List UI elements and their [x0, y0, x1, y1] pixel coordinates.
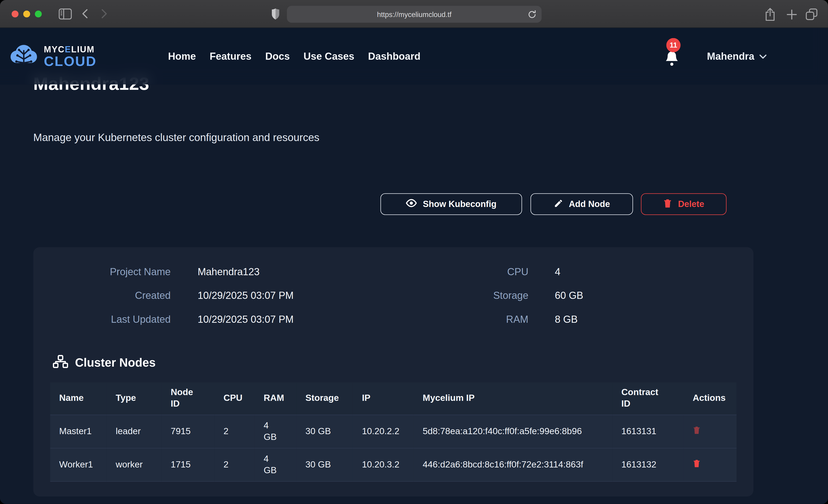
add-node-button[interactable]: Add Node	[530, 194, 633, 215]
user-menu[interactable]: Mahendra	[707, 28, 767, 85]
storage-value: 60 GB	[555, 290, 583, 301]
cell-mycelium-ip: 446:d2a6:8bcd:8c16:ff0f:72e2:3114:863f	[414, 448, 612, 481]
nav-link-use-cases[interactable]: Use Cases	[303, 50, 355, 62]
add-node-label: Add Node	[569, 199, 610, 209]
table-header-row: Name Type Node ID CPU RAM Storage IP Myc…	[50, 382, 737, 415]
page-content: Mahendra123	[0, 28, 828, 504]
col-type: Type	[107, 382, 162, 415]
ram-value: 8 GB	[555, 313, 578, 325]
col-ram: RAM	[255, 382, 296, 415]
created-label: Created	[33, 290, 171, 301]
last-updated-row: Last Updated 10/29/2025 03:07 PM	[33, 307, 294, 331]
cell-name: Master1	[50, 415, 107, 448]
site-navbar: MYCELIUM CLOUD Home Features Docs Use Ca…	[0, 28, 828, 85]
cell-contract-id: 1613132	[613, 448, 684, 481]
cell-node-id: 1715	[162, 448, 215, 481]
share-icon[interactable]	[764, 7, 776, 21]
cell-type: worker	[107, 448, 162, 481]
ram-label: RAM	[403, 313, 528, 325]
new-tab-icon[interactable]	[787, 9, 797, 19]
cell-ram: 4 GB	[255, 448, 296, 481]
reload-icon[interactable]	[528, 10, 536, 19]
project-name-row: Project Name Mahendra123	[33, 260, 294, 284]
cluster-info-right: CPU 4 Storage 60 GB RAM 8 GB	[403, 260, 583, 331]
delete-cluster-button[interactable]: Delete	[641, 194, 727, 215]
pencil-icon	[553, 198, 563, 210]
sidebar-toggle-icon[interactable]	[58, 8, 72, 19]
network-icon	[53, 355, 68, 370]
logo-text: MYCELIUM CLOUD	[44, 45, 97, 68]
cell-ip: 10.20.2.2	[353, 415, 414, 448]
created-value: 10/29/2025 03:07 PM	[198, 290, 294, 301]
col-name: Name	[50, 382, 107, 415]
cluster-nodes-heading: Cluster Nodes	[53, 355, 156, 370]
delete-node-button[interactable]	[693, 459, 700, 469]
nav-link-dashboard[interactable]: Dashboard	[368, 50, 420, 62]
project-name-label: Project Name	[33, 266, 171, 278]
delete-label: Delete	[678, 199, 704, 209]
cpu-row: CPU 4	[403, 260, 583, 284]
url-text: https://myceliumcloud.tf	[377, 10, 451, 18]
notification-badge: 11	[666, 38, 680, 52]
col-ip: IP	[353, 382, 414, 415]
chevron-down-icon	[759, 51, 767, 61]
nav-link-features[interactable]: Features	[210, 50, 251, 62]
back-button-icon[interactable]	[82, 9, 88, 18]
browser-titlebar: https://myceliumcloud.tf	[0, 0, 828, 28]
cell-actions	[684, 448, 737, 481]
cell-actions	[684, 415, 737, 448]
col-mycelium-ip: Mycelium IP	[414, 382, 612, 415]
cell-name: Worker1	[50, 448, 107, 481]
storage-row: Storage 60 GB	[403, 284, 583, 307]
storage-label: Storage	[403, 290, 528, 301]
table-row: Worker1 worker 1715 2 4 GB 30 GB 10.20.3…	[50, 448, 737, 481]
notifications-button[interactable]: 11	[662, 28, 686, 85]
cell-mycelium-ip: 5d8:78ea:a120:f40c:ff0f:a5fe:99e6:8b96	[414, 415, 612, 448]
address-bar[interactable]: https://myceliumcloud.tf	[287, 6, 541, 23]
ram-row: RAM 8 GB	[403, 307, 583, 331]
last-updated-label: Last Updated	[33, 313, 171, 325]
page-subtitle: Manage your Kubernetes cluster configura…	[33, 132, 320, 144]
minimize-window-button[interactable]	[23, 10, 30, 17]
nav-links: Home Features Docs Use Cases Dashboard	[168, 28, 420, 85]
cluster-info-left: Project Name Mahendra123 Created 10/29/2…	[33, 260, 294, 331]
show-kubeconfig-label: Show Kubeconfig	[423, 199, 496, 209]
cluster-nodes-label: Cluster Nodes	[75, 356, 156, 370]
forward-button-icon[interactable]	[101, 9, 107, 18]
cell-contract-id: 1613131	[613, 415, 684, 448]
cluster-card: Project Name Mahendra123 Created 10/29/2…	[33, 247, 753, 496]
col-contract-id: Contract ID	[613, 382, 684, 415]
browser-window: https://myceliumcloud.tf	[0, 0, 828, 504]
show-kubeconfig-button[interactable]: Show Kubeconfig	[380, 194, 522, 215]
close-window-button[interactable]	[12, 10, 18, 17]
cell-node-id: 7915	[162, 415, 215, 448]
delete-node-button[interactable]	[693, 425, 700, 436]
user-name: Mahendra	[707, 50, 754, 62]
privacy-shield-icon[interactable]	[271, 8, 280, 20]
tab-overview-icon[interactable]	[805, 8, 818, 20]
col-cpu: CPU	[214, 382, 255, 415]
trash-icon	[663, 198, 672, 210]
cpu-label: CPU	[403, 266, 528, 278]
logo-word-cloud: CLOUD	[44, 54, 97, 68]
logo-word-mycelium: MYCELIUM	[44, 45, 97, 53]
zoom-window-button[interactable]	[35, 10, 42, 17]
last-updated-value: 10/29/2025 03:07 PM	[198, 313, 294, 325]
cpu-value: 4	[555, 266, 560, 278]
project-name-value: Mahendra123	[198, 266, 260, 278]
bell-icon	[665, 51, 679, 69]
cell-cpu: 2	[214, 448, 255, 481]
logo[interactable]: MYCELIUM CLOUD	[9, 33, 97, 80]
table-row: Master1 leader 7915 2 4 GB 30 GB 10.20.2…	[50, 415, 737, 448]
cell-storage: 30 GB	[296, 448, 353, 481]
cell-cpu: 2	[214, 415, 255, 448]
col-node-id: Node ID	[162, 382, 215, 415]
nav-link-home[interactable]: Home	[168, 50, 196, 62]
cell-ram: 4 GB	[255, 415, 296, 448]
cell-type: leader	[107, 415, 162, 448]
cluster-nodes-table: Name Type Node ID CPU RAM Storage IP Myc…	[50, 382, 737, 481]
nav-link-docs[interactable]: Docs	[265, 50, 290, 62]
col-storage: Storage	[296, 382, 353, 415]
created-row: Created 10/29/2025 03:07 PM	[33, 284, 294, 307]
mycelium-cloud-logo-icon	[9, 43, 39, 70]
